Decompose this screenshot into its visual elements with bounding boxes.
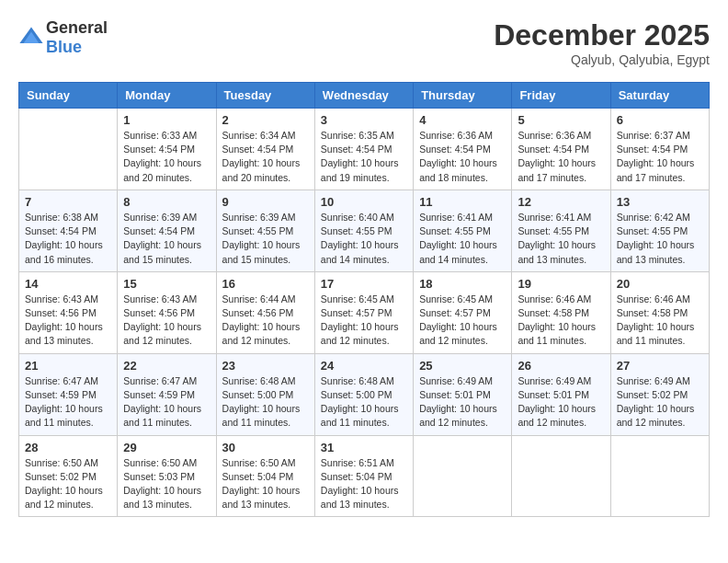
calendar-cell: 27Sunrise: 6:49 AMSunset: 5:02 PMDayligh… <box>610 353 709 435</box>
calendar-week-row: 21Sunrise: 6:47 AMSunset: 4:59 PMDayligh… <box>19 353 710 435</box>
day-info: Sunrise: 6:36 AMSunset: 4:54 PMDaylight:… <box>419 129 506 185</box>
day-info: Sunrise: 6:50 AMSunset: 5:04 PMDaylight:… <box>222 456 309 512</box>
day-info: Sunrise: 6:40 AMSunset: 4:55 PMDaylight:… <box>321 211 407 267</box>
day-number: 27 <box>617 359 703 373</box>
calendar-cell: 3Sunrise: 6:35 AMSunset: 4:54 PMDaylight… <box>314 109 413 190</box>
calendar-cell: 30Sunrise: 6:50 AMSunset: 5:04 PMDayligh… <box>216 435 314 517</box>
calendar-cell: 26Sunrise: 6:49 AMSunset: 5:01 PMDayligh… <box>512 353 610 435</box>
day-info: Sunrise: 6:49 AMSunset: 5:01 PMDaylight:… <box>518 374 604 431</box>
calendar-cell: 11Sunrise: 6:41 AMSunset: 4:55 PMDayligh… <box>414 190 512 271</box>
day-number: 18 <box>419 277 506 291</box>
calendar-week-row: 28Sunrise: 6:50 AMSunset: 5:02 PMDayligh… <box>19 435 710 517</box>
day-info: Sunrise: 6:51 AMSunset: 5:04 PMDaylight:… <box>321 456 407 512</box>
calendar-cell: 22Sunrise: 6:47 AMSunset: 4:59 PMDayligh… <box>118 353 216 435</box>
day-info: Sunrise: 6:34 AMSunset: 4:54 PMDaylight:… <box>222 129 309 185</box>
day-number: 15 <box>123 277 210 291</box>
calendar-cell: 21Sunrise: 6:47 AMSunset: 4:59 PMDayligh… <box>19 353 118 435</box>
day-info: Sunrise: 6:45 AMSunset: 4:57 PMDaylight:… <box>419 293 506 349</box>
calendar-cell: 15Sunrise: 6:43 AMSunset: 4:56 PMDayligh… <box>118 271 216 353</box>
day-number: 30 <box>222 441 309 454</box>
calendar-header-row: SundayMondayTuesdayWednesdayThursdayFrid… <box>19 83 710 109</box>
day-info: Sunrise: 6:44 AMSunset: 4:56 PMDaylight:… <box>222 293 309 349</box>
weekday-header-wednesday: Wednesday <box>314 83 413 109</box>
calendar-cell: 24Sunrise: 6:48 AMSunset: 5:00 PMDayligh… <box>314 353 413 435</box>
calendar-cell <box>610 435 709 517</box>
day-number: 6 <box>617 113 703 127</box>
calendar-cell: 12Sunrise: 6:41 AMSunset: 4:55 PMDayligh… <box>512 190 610 271</box>
calendar-table: SundayMondayTuesdayWednesdayThursdayFrid… <box>18 82 710 517</box>
weekday-header-friday: Friday <box>512 83 610 109</box>
day-info: Sunrise: 6:36 AMSunset: 4:54 PMDaylight:… <box>518 129 604 185</box>
calendar-cell: 5Sunrise: 6:36 AMSunset: 4:54 PMDaylight… <box>512 109 610 190</box>
calendar-cell: 17Sunrise: 6:45 AMSunset: 4:57 PMDayligh… <box>314 271 413 353</box>
day-info: Sunrise: 6:39 AMSunset: 4:55 PMDaylight:… <box>222 211 309 267</box>
calendar-cell: 8Sunrise: 6:39 AMSunset: 4:54 PMDaylight… <box>118 190 216 271</box>
day-number: 2 <box>222 113 309 127</box>
day-number: 19 <box>518 277 604 291</box>
calendar-week-row: 1Sunrise: 6:33 AMSunset: 4:54 PMDaylight… <box>19 109 710 190</box>
title-block: December 2025 Qalyub, Qalyubia, Egypt <box>494 18 710 67</box>
day-info: Sunrise: 6:43 AMSunset: 4:56 PMDaylight:… <box>25 293 111 349</box>
logo: General Blue <box>18 18 108 55</box>
day-number: 14 <box>25 277 111 291</box>
calendar-cell <box>414 435 512 517</box>
day-info: Sunrise: 6:49 AMSunset: 5:01 PMDaylight:… <box>419 374 506 431</box>
day-info: Sunrise: 6:38 AMSunset: 4:54 PMDaylight:… <box>25 211 111 267</box>
logo-blue: Blue <box>46 38 82 56</box>
calendar-cell: 18Sunrise: 6:45 AMSunset: 4:57 PMDayligh… <box>414 271 512 353</box>
calendar-week-row: 14Sunrise: 6:43 AMSunset: 4:56 PMDayligh… <box>19 271 710 353</box>
day-number: 24 <box>321 359 407 373</box>
calendar-cell: 25Sunrise: 6:49 AMSunset: 5:01 PMDayligh… <box>414 353 512 435</box>
weekday-header-tuesday: Tuesday <box>216 83 314 109</box>
day-number: 17 <box>321 277 407 291</box>
weekday-header-saturday: Saturday <box>610 83 709 109</box>
calendar-cell <box>512 435 610 517</box>
day-info: Sunrise: 6:35 AMSunset: 4:54 PMDaylight:… <box>321 129 407 185</box>
day-info: Sunrise: 6:48 AMSunset: 5:00 PMDaylight:… <box>321 374 407 431</box>
calendar-cell: 23Sunrise: 6:48 AMSunset: 5:00 PMDayligh… <box>216 353 314 435</box>
day-number: 16 <box>222 277 309 291</box>
day-number: 23 <box>222 359 309 373</box>
day-info: Sunrise: 6:47 AMSunset: 4:59 PMDaylight:… <box>25 374 111 431</box>
calendar-cell: 16Sunrise: 6:44 AMSunset: 4:56 PMDayligh… <box>216 271 314 353</box>
day-number: 9 <box>222 195 309 209</box>
day-info: Sunrise: 6:33 AMSunset: 4:54 PMDaylight:… <box>123 129 210 185</box>
day-number: 11 <box>419 195 506 209</box>
day-number: 3 <box>321 113 407 127</box>
location-title: Qalyub, Qalyubia, Egypt <box>494 52 710 67</box>
day-number: 1 <box>123 113 210 127</box>
day-info: Sunrise: 6:46 AMSunset: 4:58 PMDaylight:… <box>617 293 703 349</box>
day-info: Sunrise: 6:45 AMSunset: 4:57 PMDaylight:… <box>321 293 407 349</box>
day-number: 12 <box>518 195 604 209</box>
calendar-cell: 29Sunrise: 6:50 AMSunset: 5:03 PMDayligh… <box>118 435 216 517</box>
day-number: 13 <box>617 195 703 209</box>
day-info: Sunrise: 6:37 AMSunset: 4:54 PMDaylight:… <box>617 129 703 185</box>
day-number: 4 <box>419 113 506 127</box>
day-number: 10 <box>321 195 407 209</box>
month-title: December 2025 <box>494 18 710 52</box>
calendar-cell: 10Sunrise: 6:40 AMSunset: 4:55 PMDayligh… <box>314 190 413 271</box>
day-info: Sunrise: 6:50 AMSunset: 5:02 PMDaylight:… <box>25 456 111 512</box>
day-info: Sunrise: 6:43 AMSunset: 4:56 PMDaylight:… <box>123 293 210 349</box>
day-info: Sunrise: 6:41 AMSunset: 4:55 PMDaylight:… <box>419 211 506 267</box>
day-number: 28 <box>25 441 111 454</box>
weekday-header-monday: Monday <box>118 83 216 109</box>
calendar-cell: 6Sunrise: 6:37 AMSunset: 4:54 PMDaylight… <box>610 109 709 190</box>
day-info: Sunrise: 6:49 AMSunset: 5:02 PMDaylight:… <box>617 374 703 431</box>
calendar-cell: 19Sunrise: 6:46 AMSunset: 4:58 PMDayligh… <box>512 271 610 353</box>
day-info: Sunrise: 6:39 AMSunset: 4:54 PMDaylight:… <box>123 211 210 267</box>
calendar-cell <box>19 109 118 190</box>
day-number: 21 <box>25 359 111 373</box>
day-number: 31 <box>321 441 407 454</box>
day-info: Sunrise: 6:47 AMSunset: 4:59 PMDaylight:… <box>123 374 210 431</box>
day-number: 20 <box>617 277 703 291</box>
day-info: Sunrise: 6:42 AMSunset: 4:55 PMDaylight:… <box>617 211 703 267</box>
logo-icon <box>18 24 44 50</box>
weekday-header-sunday: Sunday <box>19 83 118 109</box>
day-info: Sunrise: 6:50 AMSunset: 5:03 PMDaylight:… <box>123 456 210 512</box>
calendar-cell: 7Sunrise: 6:38 AMSunset: 4:54 PMDaylight… <box>19 190 118 271</box>
day-number: 8 <box>123 195 210 209</box>
calendar-cell: 1Sunrise: 6:33 AMSunset: 4:54 PMDaylight… <box>118 109 216 190</box>
day-info: Sunrise: 6:48 AMSunset: 5:00 PMDaylight:… <box>222 374 309 431</box>
calendar-cell: 28Sunrise: 6:50 AMSunset: 5:02 PMDayligh… <box>19 435 118 517</box>
